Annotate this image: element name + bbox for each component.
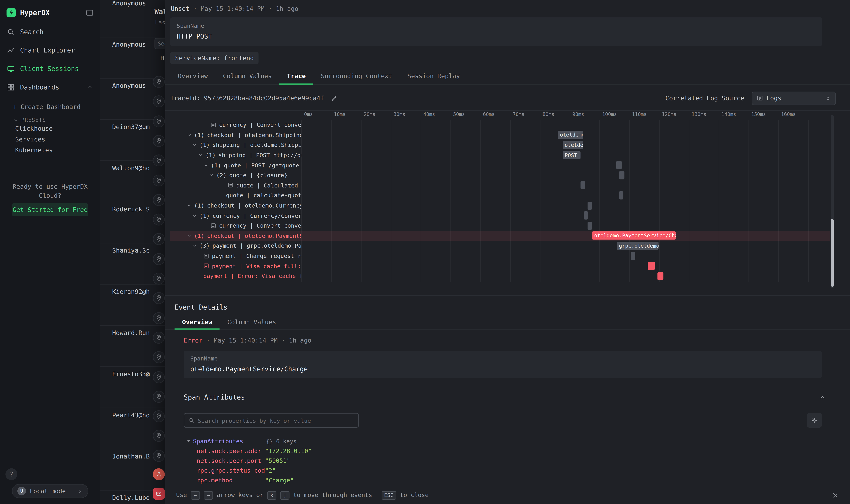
attributes-root-row[interactable]: SpanAttributes {} 6 keys [184, 436, 834, 446]
span-duration-bar[interactable] [631, 252, 635, 260]
chevron-down-icon[interactable] [192, 142, 197, 148]
session-pin-icon[interactable] [153, 76, 165, 88]
trace-span-row[interactable]: (1)checkout | oteldemo.PaymentServi…otel… [170, 231, 830, 241]
chevron-down-icon[interactable] [209, 173, 214, 178]
span-duration-bar[interactable]: oteldemo.PaymentService/Char [592, 232, 676, 240]
span-name-value: oteldemo.PaymentService/Charge [190, 365, 815, 373]
session-pin-icon[interactable] [153, 233, 165, 245]
span-duration-bar[interactable]: oteldemo. [558, 131, 583, 139]
span-duration-bar[interactable]: otelde [562, 141, 583, 149]
trace-span-row[interactable]: quote | calculate-quote [170, 190, 830, 200]
sidebar-preset-kubernetes[interactable]: Kubernetes [15, 145, 100, 156]
attribute-row[interactable]: net.sock.peer.port"50051" [184, 456, 834, 466]
trace-span-row[interactable]: (2)quote | {closure} [170, 170, 830, 180]
attribute-row[interactable]: net.sock.peer.addr"172.28.0.10" [184, 446, 834, 456]
session-pin-icon[interactable] [153, 352, 165, 363]
session-pin-icon[interactable] [153, 430, 165, 442]
trace-span-row[interactable]: (1)shipping | POST http://quo…POST h [170, 150, 830, 160]
span-label: quote | calculate-quote [226, 192, 301, 199]
chevron-down-icon[interactable] [203, 162, 209, 168]
trace-span-row[interactable]: (1)checkout | oteldemo.ShippingSe…otelde… [170, 130, 830, 140]
session-pin-icon[interactable] [153, 155, 165, 166]
trace-span-row[interactable]: currency | Convert convers… [170, 120, 830, 130]
span-duration-bar[interactable] [619, 171, 624, 179]
attribute-row[interactable]: rpc.grpc.status_code"2" [184, 466, 834, 475]
span-lane [301, 251, 830, 261]
trace-span-row[interactable]: payment | Charge request rec… [170, 251, 830, 261]
sidebar-item-search[interactable]: Search [0, 23, 100, 41]
session-pin-icon[interactable] [153, 135, 165, 147]
tab-column-values[interactable]: Column Values [215, 68, 279, 84]
session-pin-icon[interactable] [153, 450, 165, 462]
help-button[interactable]: ? [5, 468, 17, 480]
trace-span-row[interactable]: (1)currency | Currency/Convert [170, 211, 830, 221]
chevron-down-icon[interactable] [186, 132, 192, 138]
create-dashboard-button[interactable]: + Create Dashboard [13, 103, 100, 111]
edit-pencil-icon[interactable] [330, 94, 338, 102]
chevron-down-icon[interactable] [186, 203, 192, 208]
chevron-down-icon[interactable] [186, 233, 192, 238]
session-pin-icon[interactable] [153, 115, 165, 127]
span-duration-bar[interactable] [648, 262, 655, 270]
span-duration-bar[interactable] [658, 272, 664, 280]
session-pin-icon[interactable] [153, 95, 165, 107]
session-mail-icon-red[interactable] [153, 488, 165, 500]
trace-span-row[interactable]: (3)payment | grpc.oteldemo.Paymen…grpc.o… [170, 241, 830, 251]
sidebar-item-client-sessions[interactable]: Client Sessions [0, 60, 100, 78]
session-pin-icon[interactable] [153, 312, 165, 324]
span-duration-bar[interactable] [587, 221, 592, 230]
session-pin-icon[interactable] [153, 391, 165, 402]
tab-overview[interactable]: Overview [170, 68, 215, 84]
log-source-select[interactable]: Logs [752, 91, 836, 105]
presets-header[interactable]: PRESETS [13, 117, 100, 123]
tab-session-replay[interactable]: Session Replay [400, 68, 467, 84]
span-duration-bar[interactable] [587, 201, 592, 210]
session-pin-icon[interactable] [153, 371, 165, 383]
tab-surrounding-context[interactable]: Surrounding Context [313, 68, 400, 84]
span-duration-bar[interactable] [580, 181, 585, 190]
user-avatar: U [17, 487, 26, 496]
attributes-settings-button[interactable] [807, 413, 822, 428]
local-mode-menu[interactable]: U Local mode [12, 484, 88, 498]
attribute-row[interactable]: rpc.method"Charge" [184, 475, 834, 485]
close-icon[interactable] [832, 491, 839, 499]
attribute-value: "2" [265, 467, 276, 474]
session-pin-icon[interactable] [153, 253, 165, 265]
session-pin-icon[interactable] [153, 174, 165, 186]
trace-span-row[interactable]: payment | Visa cache full: c… [170, 261, 830, 271]
trace-span-row[interactable]: (1)checkout | oteldemo.CurrencySe… [170, 200, 830, 211]
session-user-icon-orange[interactable] [153, 468, 165, 480]
sidebar-preset-services[interactable]: Services [15, 134, 100, 145]
trace-span-row[interactable]: currency | Convert convers… [170, 221, 830, 231]
trace-span-row[interactable]: (1)shipping | oteldemo.Shipping…otelde [170, 140, 830, 150]
sidebar-collapse-icon[interactable] [86, 9, 94, 17]
attributes-search-input[interactable] [198, 417, 354, 424]
tab-trace[interactable]: Trace [279, 68, 313, 84]
get-started-button[interactable]: Get Started for Free [12, 203, 88, 216]
event-tab-column-values[interactable]: Column Values [220, 315, 284, 329]
session-pin-icon[interactable] [153, 332, 165, 344]
trace-span-row[interactable]: quote | Calculated q… [170, 180, 830, 191]
event-tab-overview[interactable]: Overview [175, 315, 220, 329]
span-duration-bar[interactable]: POST h [562, 151, 580, 159]
session-pin-icon[interactable] [153, 273, 165, 285]
session-pin-icon[interactable] [153, 214, 165, 226]
span-duration-bar[interactable]: grpc.oteldemo. [617, 242, 658, 250]
span-duration-bar[interactable] [616, 161, 621, 169]
sidebar-item-dashboards[interactable]: Dashboards [0, 78, 100, 96]
sidebar-preset-clickhouse[interactable]: Clickhouse [15, 123, 100, 134]
span-duration-bar[interactable] [584, 212, 588, 220]
sidebar-item-chart-explorer[interactable]: Chart Explorer [0, 41, 100, 60]
service-name-tag[interactable]: ServiceName: frontend [170, 52, 259, 64]
collapse-chevron-up-icon[interactable] [819, 394, 826, 401]
session-pin-icon[interactable] [153, 410, 165, 422]
session-pin-icon[interactable] [153, 194, 165, 206]
scrollbar-thumb[interactable] [831, 219, 834, 287]
session-pin-icon[interactable] [153, 292, 165, 304]
span-duration-bar[interactable] [619, 191, 623, 199]
chevron-down-icon[interactable] [192, 213, 197, 218]
trace-span-row[interactable]: payment | Error: Visa cache ful… [170, 271, 830, 281]
chevron-down-icon[interactable] [192, 243, 197, 249]
chevron-down-icon[interactable] [198, 152, 203, 158]
trace-span-row[interactable]: (1)quote | POST /getquote [170, 160, 830, 170]
